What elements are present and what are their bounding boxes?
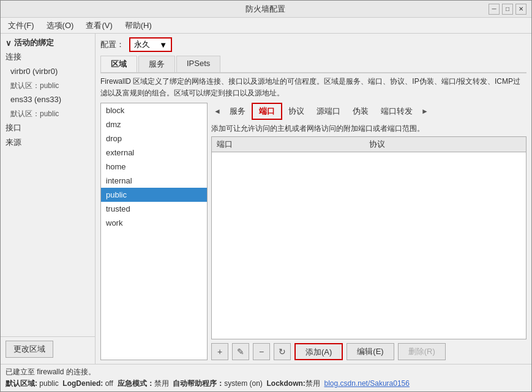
- menu-options[interactable]: 选项(O): [42, 19, 79, 32]
- sidebar-ens33[interactable]: ens33 (ens33): [1, 92, 95, 108]
- subnav-port-forward[interactable]: 端口转发: [375, 104, 419, 119]
- sidebar-virbr0-default: 默认区：public: [1, 80, 95, 92]
- tabs-bar: 区域 服务 IPSets: [100, 56, 526, 73]
- sidebar-connection-label: 连接: [1, 50, 95, 64]
- subnav-ports[interactable]: 端口: [252, 103, 282, 120]
- zone-public[interactable]: public: [101, 188, 207, 202]
- port-table: 端口 协议: [211, 136, 526, 339]
- delete-button[interactable]: 删除(R): [398, 343, 446, 360]
- main-panel: 配置： 永久 ▼ 区域 服务 IPSets FirewallD 区域定义了绑定的…: [96, 34, 531, 364]
- connection-status: 已建立至 firewalld 的连接。: [6, 366, 526, 378]
- sidebar-virbr0[interactable]: virbr0 (virbr0): [1, 64, 95, 80]
- zone-list: block dmz drop external home internal pu…: [100, 103, 208, 360]
- change-zone-button[interactable]: 更改区域: [6, 341, 53, 358]
- menu-view[interactable]: 查看(V): [81, 19, 117, 32]
- statusbar-info: 默认区域: public LogDenied: off 应急模式：禁用 自动帮助…: [6, 378, 526, 390]
- titlebar: 防火墙配置 ─ □ ✕: [1, 1, 531, 18]
- edit-icon-button[interactable]: ✎: [232, 343, 249, 360]
- minimize-button[interactable]: ─: [489, 4, 500, 15]
- menubar: 文件(F) 选项(O) 查看(V) 帮助(H): [1, 18, 531, 34]
- sidebar-source-label: 来源: [1, 135, 95, 150]
- window-controls: ─ □ ✕: [489, 4, 526, 15]
- maximize-button[interactable]: □: [502, 4, 513, 15]
- config-label: 配置：: [100, 39, 124, 50]
- subnav-source-ports[interactable]: 源端口: [310, 104, 347, 119]
- sidebar-bottom: 更改区域: [1, 336, 95, 361]
- sidebar-ens33-default: 默认区：public: [1, 108, 95, 120]
- refresh-icon-button[interactable]: ↻: [274, 343, 291, 360]
- zone-internal[interactable]: internal: [101, 174, 207, 188]
- zone-port-area: block dmz drop external home internal pu…: [100, 103, 526, 360]
- zone-trusted[interactable]: trusted: [101, 202, 207, 216]
- menu-file[interactable]: 文件(F): [3, 19, 39, 32]
- action-buttons: + ✎ − ↻ 添加(A) 编辑(E) 删除(R): [211, 343, 526, 360]
- zone-external[interactable]: external: [101, 146, 207, 160]
- subnav-masquerade[interactable]: 伪装: [347, 104, 375, 119]
- close-button[interactable]: ✕: [515, 4, 526, 15]
- description-text: FirewallD 区域定义了绑定的网络连接、接口以及源地址的可信程度。区域是服…: [100, 76, 526, 99]
- chevron-icon: ∨: [6, 39, 12, 48]
- port-table-header: 端口 协议: [212, 137, 526, 152]
- right-panel: ◄ 服务 端口 协议 源端口 伪装 端口转发 ► 添加可让允许访问的主机或者网络…: [211, 103, 526, 360]
- protocol-col-header: 协议: [369, 139, 522, 150]
- zone-drop[interactable]: drop: [101, 131, 207, 146]
- port-col-header: 端口: [217, 139, 369, 150]
- subnav-services[interactable]: 服务: [223, 104, 252, 119]
- add-icon-button[interactable]: +: [211, 343, 228, 360]
- config-dropdown[interactable]: 永久 ▼: [129, 37, 172, 52]
- port-description: 添加可让允许访问的主机或者网络访问的附加端口或者端口范围。: [211, 124, 526, 134]
- subnav-right-arrow[interactable]: ►: [419, 107, 431, 116]
- sidebar-interface-label: 接口: [1, 120, 95, 135]
- config-row: 配置： 永久 ▼: [100, 37, 526, 52]
- subnav-protocols[interactable]: 协议: [282, 104, 310, 119]
- zone-home[interactable]: home: [101, 160, 207, 174]
- menu-help[interactable]: 帮助(H): [120, 19, 157, 32]
- add-button[interactable]: 添加(A): [294, 343, 343, 360]
- sub-nav: ◄ 服务 端口 协议 源端口 伪装 端口转发 ►: [211, 103, 526, 120]
- content-area: ∨ 活动的绑定 连接 virbr0 (virbr0) 默认区：public en…: [1, 34, 531, 364]
- statusbar: 已建立至 firewalld 的连接。 默认区域: public LogDeni…: [1, 364, 531, 391]
- window-title: 防火墙配置: [42, 4, 489, 15]
- zone-dmz[interactable]: dmz: [101, 117, 207, 131]
- zone-work[interactable]: work: [101, 216, 207, 230]
- subnav-left-arrow[interactable]: ◄: [211, 107, 223, 116]
- main-window: 防火墙配置 ─ □ ✕ 文件(F) 选项(O) 查看(V) 帮助(H) ∨ 活动…: [0, 0, 532, 392]
- tab-zones[interactable]: 区域: [100, 56, 137, 72]
- tab-ipsets[interactable]: IPSets: [176, 56, 220, 72]
- remove-icon-button[interactable]: −: [253, 343, 270, 360]
- sidebar: ∨ 活动的绑定 连接 virbr0 (virbr0) 默认区：public en…: [1, 34, 96, 364]
- zone-block[interactable]: block: [101, 103, 207, 117]
- sidebar-active-binding: ∨ 活动的绑定: [1, 36, 95, 50]
- edit-button[interactable]: 编辑(E): [347, 343, 394, 360]
- tab-services[interactable]: 服务: [138, 56, 175, 72]
